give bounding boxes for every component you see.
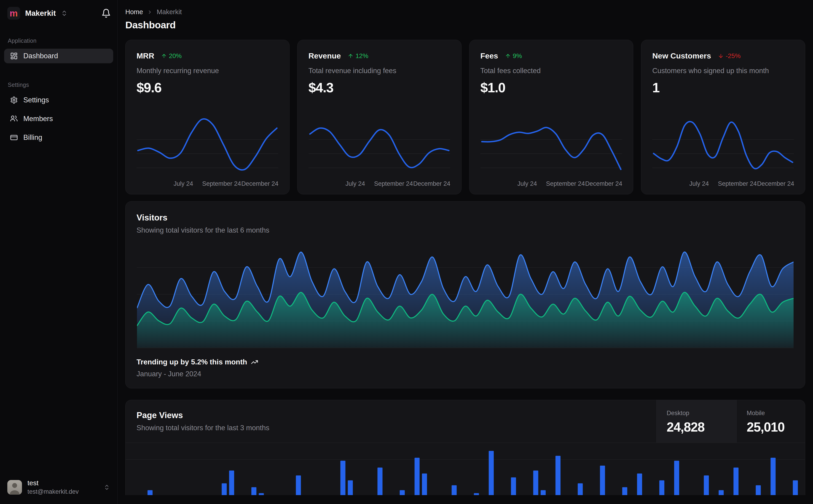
visitors-subtitle: Showing total visitors for the last 6 mo… [136, 226, 794, 234]
x-axis-labels: July 24 September 24 December 24 [480, 177, 622, 188]
arrow-up-icon [348, 53, 354, 59]
stat-chart-block: July 24 September 24 December 24 [136, 112, 278, 188]
notifications-button[interactable] [101, 8, 111, 18]
breadcrumb-home[interactable]: Home [125, 8, 143, 16]
visitors-card: Visitors Showing total visitors for the … [125, 201, 805, 388]
trend-value: 20% [169, 52, 181, 60]
stat-title: New Customers [652, 51, 711, 60]
workspace-selector[interactable]: m Makerkit [7, 7, 68, 20]
stat-title: Fees [480, 51, 498, 60]
toggle-desktop[interactable]: Desktop 24,828 [656, 400, 736, 443]
breadcrumb: Home Makerkit [125, 8, 805, 16]
brand-initial: m [10, 9, 18, 18]
stat-subtitle: Monthly recurring revenue [136, 67, 278, 75]
sidebar-section-settings: Settings [8, 82, 113, 88]
arrow-up-icon [161, 53, 167, 59]
stat-subtitle: Total revenue including fees [309, 67, 450, 75]
stat-value: $9.6 [136, 80, 278, 95]
stat-title: Revenue [309, 51, 341, 60]
x-axis-labels: July 24 September 24 December 24 [136, 177, 278, 188]
visitors-trend-line: Trending up by 5.2% this month [136, 358, 794, 366]
sidebar-item-label: Dashboard [23, 52, 58, 60]
user-name: test [27, 479, 79, 487]
sidebar-section-application: Application [8, 37, 113, 44]
user-email: test@makerkit.dev [27, 488, 79, 495]
sidebar-item-label: Settings [23, 96, 49, 104]
arrow-down-icon [718, 53, 724, 59]
x-axis-labels: July 24 September 24 December 24 [309, 177, 450, 188]
brand-logo: m [7, 7, 20, 20]
page-views-subtitle: Showing total visitors for the last 3 mo… [136, 424, 646, 432]
trending-up-icon [251, 358, 258, 366]
app-root: m Makerkit Application Dashboard Setting… [0, 0, 813, 504]
new-customers-sparkline-chart [652, 112, 794, 177]
x-axis-labels: July 24 September 24 December 24 [652, 177, 794, 188]
user-avatar [7, 480, 22, 495]
x-tick: December 24 [413, 180, 450, 187]
stat-subtitle: Customers who signed up this month [652, 67, 794, 75]
x-tick: July 24 [517, 180, 537, 187]
stat-chart-block: July 24 September 24 December 24 [480, 112, 622, 188]
breadcrumb-current: Makerkit [157, 8, 182, 16]
credit-card-icon [10, 134, 18, 141]
stat-chart-block: July 24 September 24 December 24 [652, 112, 794, 188]
x-tick: December 24 [241, 180, 278, 187]
page-views-bar-chart [131, 446, 799, 495]
visitors-trend-text: Trending up by 5.2% this month [136, 358, 247, 366]
page-views-card: Page Views Showing total visitors for th… [125, 400, 805, 495]
stat-head: Fees 9% [480, 51, 622, 60]
dashboard-icon [10, 52, 18, 60]
desktop-value: 24,828 [667, 419, 736, 435]
page-title: Dashboard [125, 19, 805, 31]
x-tick: July 24 [345, 180, 365, 187]
stat-value: 1 [652, 80, 794, 95]
stat-head: New Customers -25% [652, 51, 794, 60]
stat-chart-block: July 24 September 24 December 24 [309, 112, 450, 188]
user-meta: test test@makerkit.dev [27, 479, 79, 495]
fees-sparkline-chart [480, 112, 622, 177]
mobile-label: Mobile [747, 410, 805, 417]
chevrons-up-down-icon [104, 484, 110, 491]
trend-value: -25% [726, 52, 741, 60]
sidebar-item-members[interactable]: Members [4, 111, 113, 126]
visitors-date-range: January - June 2024 [136, 370, 794, 378]
visitors-header: Visitors Showing total visitors for the … [125, 213, 805, 234]
stat-card-grid: MRR 20% Monthly recurring revenue $9.6 J… [125, 40, 805, 194]
chevrons-up-down-icon [61, 10, 68, 17]
toggle-mobile[interactable]: Mobile 25,010 [736, 400, 805, 443]
x-tick: September 24 [718, 180, 757, 187]
x-tick: July 24 [689, 180, 709, 187]
x-tick: September 24 [546, 180, 585, 187]
mobile-value: 25,010 [747, 419, 805, 435]
trend-badge: -25% [718, 52, 741, 60]
stat-head: MRR 20% [136, 51, 278, 60]
stat-title: MRR [136, 51, 154, 60]
trend-badge: 12% [348, 52, 368, 60]
x-tick: September 24 [202, 180, 241, 187]
bell-icon [101, 8, 111, 18]
mrr-sparkline-chart [136, 112, 278, 177]
trend-value: 12% [355, 52, 368, 60]
revenue-sparkline-chart [309, 112, 450, 177]
brand-name: Makerkit [25, 9, 56, 18]
visitors-footer: Trending up by 5.2% this month January -… [125, 348, 805, 378]
sidebar-header: m Makerkit [4, 5, 113, 21]
trend-badge: 9% [505, 52, 522, 60]
sidebar-item-billing[interactable]: Billing [4, 130, 113, 145]
stat-card-mrr: MRR 20% Monthly recurring revenue $9.6 J… [125, 40, 290, 194]
page-views-titles: Page Views Showing total visitors for th… [125, 400, 656, 443]
person-silhouette-icon [7, 480, 22, 495]
trend-value: 9% [513, 52, 522, 60]
main-content: Home Makerkit Dashboard MRR 20% Monthly … [117, 0, 813, 504]
sidebar-item-settings[interactable]: Settings [4, 93, 113, 107]
page-views-chart-area [125, 443, 805, 495]
sidebar-item-label: Members [23, 115, 53, 123]
stat-card-revenue: Revenue 12% Total revenue including fees… [297, 40, 461, 194]
x-tick: December 24 [585, 180, 622, 187]
page-views-title: Page Views [136, 411, 646, 420]
x-tick: December 24 [757, 180, 794, 187]
sidebar-item-dashboard[interactable]: Dashboard [4, 49, 113, 63]
arrow-up-icon [505, 53, 511, 59]
user-menu[interactable]: test test@makerkit.dev [4, 477, 113, 498]
visitors-area-chart [137, 245, 794, 348]
